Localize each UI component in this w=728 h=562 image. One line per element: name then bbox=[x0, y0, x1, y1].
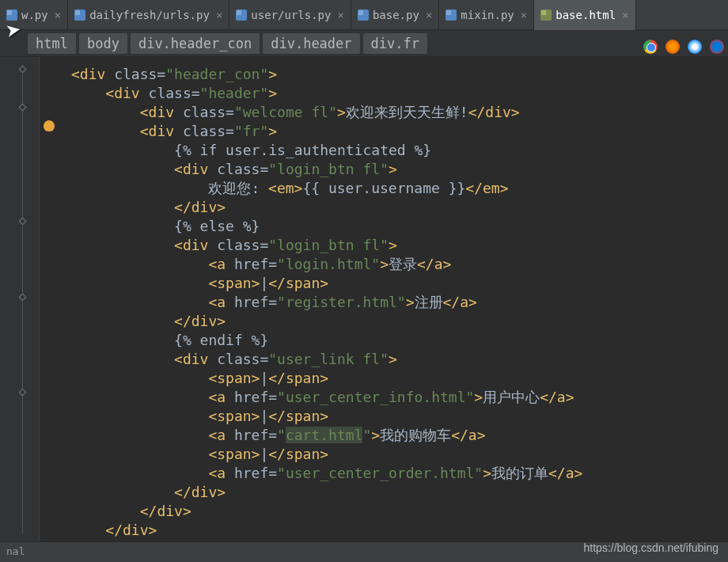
close-icon[interactable]: × bbox=[426, 9, 432, 21]
crumb-fr[interactable]: div.fr bbox=[363, 33, 427, 54]
tab-label: base.html bbox=[555, 9, 616, 21]
crumb-html[interactable]: html bbox=[28, 33, 76, 54]
close-icon[interactable]: × bbox=[622, 9, 628, 21]
tab-label: dailyfresh/urls.py bbox=[89, 9, 210, 21]
tab-base-html[interactable]: base.html × bbox=[534, 0, 635, 30]
tab-label: mixin.py bbox=[461, 9, 514, 21]
html-file-icon bbox=[540, 9, 552, 21]
browser-preview-icons bbox=[643, 40, 724, 54]
editor-area: <div class="header_con"> <div class="hea… bbox=[0, 57, 728, 541]
close-icon[interactable]: × bbox=[337, 9, 343, 21]
crumb-body[interactable]: body bbox=[79, 33, 127, 54]
tab-user-urls[interactable]: user/urls.py × bbox=[229, 0, 351, 30]
python-file-icon bbox=[446, 9, 457, 21]
python-file-icon bbox=[236, 9, 247, 21]
fold-marker[interactable] bbox=[19, 218, 27, 226]
terminal-label[interactable]: nal bbox=[6, 545, 25, 557]
gutter[interactable] bbox=[0, 57, 40, 541]
tab-base-py[interactable]: base.py × bbox=[351, 0, 439, 30]
edge-icon[interactable] bbox=[710, 40, 724, 54]
close-icon[interactable]: × bbox=[521, 9, 527, 21]
python-file-icon bbox=[358, 9, 369, 21]
python-file-icon bbox=[74, 9, 85, 21]
close-icon[interactable]: × bbox=[55, 9, 61, 21]
chrome-icon[interactable] bbox=[643, 40, 658, 54]
fold-marker[interactable] bbox=[19, 294, 27, 302]
tab-label: base.py bbox=[373, 9, 419, 21]
fold-marker[interactable] bbox=[19, 104, 27, 112]
watermark: https://blog.csdn.net/ifubing bbox=[584, 541, 719, 554]
fold-marker[interactable] bbox=[19, 66, 27, 74]
firefox-icon[interactable] bbox=[665, 40, 680, 54]
tab-label: user/urls.py bbox=[251, 9, 331, 21]
editor-tabs-bar: w.py × dailyfresh/urls.py × user/urls.py… bbox=[0, 0, 728, 30]
lightbulb-icon[interactable] bbox=[44, 120, 55, 131]
safari-icon[interactable] bbox=[688, 40, 702, 54]
tab-label: w.py bbox=[21, 9, 48, 21]
tab-mixin-py[interactable]: mixin.py × bbox=[439, 0, 534, 30]
tab-dailyfresh-urls[interactable]: dailyfresh/urls.py × bbox=[68, 0, 229, 30]
crumb-header[interactable]: div.header bbox=[263, 33, 359, 54]
fold-marker[interactable] bbox=[19, 389, 27, 397]
code-editor[interactable]: <div class="header_con"> <div class="hea… bbox=[40, 57, 582, 541]
html-breadcrumb: html body div.header_con div.header div.… bbox=[0, 30, 728, 57]
crumb-header-con[interactable]: div.header_con bbox=[131, 33, 260, 54]
close-icon[interactable]: × bbox=[216, 9, 222, 21]
